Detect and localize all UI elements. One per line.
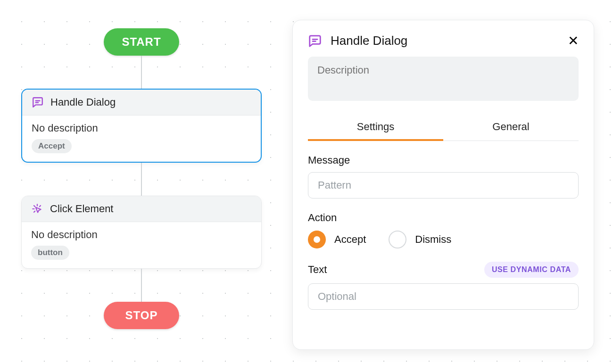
node-title: Click Element [50,203,113,215]
node-title: Handle Dialog [50,96,116,108]
node-description: No description [32,122,251,134]
text-label: Text [308,264,327,276]
workflow-canvas[interactable]: START Handle Dialog No description Accep… [0,0,613,364]
node-description: No description [31,229,252,241]
start-node[interactable]: START [104,28,179,56]
panel-title: Handle Dialog [331,33,559,48]
connector [141,56,142,89]
message-square-icon [32,96,44,108]
connector [141,269,142,302]
node-click-element[interactable]: Click Element No description button [21,196,262,269]
node-body: No description button [22,222,261,268]
action-label: Action [308,212,579,224]
radio-dismiss[interactable]: Dismiss [389,231,451,248]
stop-node[interactable]: STOP [104,302,179,329]
node-tag: Accept [32,139,72,153]
node-header: Click Element [22,196,261,222]
message-input[interactable] [308,172,579,199]
node-header: Handle Dialog [22,90,261,116]
radio-label: Accept [334,233,366,246]
node-tag: button [31,246,69,260]
radio-accept[interactable]: Accept [308,231,366,248]
svg-line-6 [34,211,35,212]
radio-label: Dismiss [415,233,451,246]
use-dynamic-data-button[interactable]: USE DYNAMIC DATA [484,262,579,278]
message-label: Message [308,154,579,166]
panel-header: Handle Dialog ✕ [308,33,579,48]
mouse-click-icon [31,203,43,215]
flow-column: START Handle Dialog No description Accep… [0,28,283,329]
svg-line-4 [34,206,35,207]
description-input[interactable] [308,57,579,101]
close-icon[interactable]: ✕ [568,34,579,48]
start-label: START [122,35,161,49]
text-label-row: Text USE DYNAMIC DATA [308,262,579,278]
panel-tabs: Settings General [308,115,579,141]
radio-circle-icon [389,231,406,248]
text-input[interactable] [308,283,579,310]
tab-settings[interactable]: Settings [308,115,443,141]
node-handle-dialog[interactable]: Handle Dialog No description Accept [21,89,262,163]
stop-label: STOP [125,309,158,322]
connector [141,163,142,196]
svg-line-5 [40,206,41,207]
action-radios: Accept Dismiss [308,231,579,248]
node-body: No description Accept [22,116,261,162]
tab-general[interactable]: General [443,115,579,141]
properties-panel: Handle Dialog ✕ Settings General Message… [292,20,594,350]
radio-circle-icon [308,231,326,248]
message-square-icon [308,34,322,48]
